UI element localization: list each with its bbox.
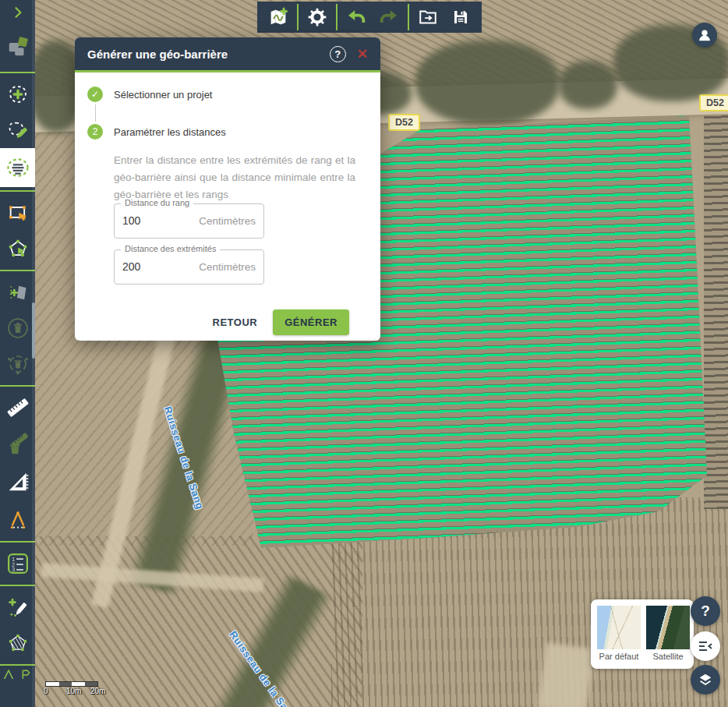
toolbar-divider xyxy=(297,4,299,30)
step-connector xyxy=(95,104,369,122)
add-annotation-button[interactable] xyxy=(0,589,35,625)
help-button[interactable]: ? xyxy=(691,596,720,626)
expand-sidebar-button[interactable] xyxy=(0,0,35,25)
dialog-title: Générer une géo-barrière xyxy=(87,48,330,61)
undo-icon xyxy=(345,6,367,28)
toolbar-divider xyxy=(408,4,409,30)
sidebar-scrollbar-thumb[interactable] xyxy=(32,302,35,359)
basemap-option-default[interactable]: Par défaut xyxy=(597,606,641,663)
redo-button[interactable] xyxy=(373,2,405,33)
clipped-tool-icon xyxy=(21,669,32,679)
row-distance-label: Distance du rang xyxy=(121,198,193,207)
delete-plot-button[interactable] xyxy=(0,310,35,346)
merge-plot-icon xyxy=(7,281,29,303)
end-distance-unit: Centimètres xyxy=(199,261,256,273)
dialog-body: ✓ Sélectionner un projet 2 Paramétrer le… xyxy=(75,72,380,335)
toolbar-divider xyxy=(336,4,337,30)
annotation-zone-button[interactable] xyxy=(0,625,35,661)
svg-text:3: 3 xyxy=(11,566,14,573)
add-plot-button[interactable] xyxy=(0,76,35,112)
back-button[interactable]: RETOUR xyxy=(213,316,258,328)
map-logo-button[interactable] xyxy=(262,2,295,33)
tree-line xyxy=(415,41,560,125)
measure-button[interactable] xyxy=(0,390,35,426)
map-scale-bar: 0 10m 20m xyxy=(45,681,108,696)
basemap-default-thumbnail[interactable] xyxy=(597,606,641,649)
tree-line xyxy=(559,61,617,109)
legend-toggle-button[interactable] xyxy=(691,631,720,661)
scale-bar-segments xyxy=(45,681,98,687)
basemap-option-satellite[interactable]: Satellite xyxy=(646,606,690,663)
row-numbering-button[interactable]: 1 2 3 xyxy=(0,546,35,582)
top-toolbar xyxy=(257,2,482,33)
basemap-selector: Par défaut Satellite xyxy=(591,599,694,669)
basemap-satellite-thumbnail[interactable] xyxy=(646,606,690,649)
basemap-default-label: Par défaut xyxy=(597,652,641,661)
step-number-badge: 2 xyxy=(87,124,103,140)
save-button[interactable] xyxy=(444,2,477,33)
select-rectangle-icon xyxy=(7,202,29,224)
row-distance-field: Distance du rang Centimètres xyxy=(114,203,264,239)
dialog-description: Entrer la distance entre les extrémités … xyxy=(114,152,355,203)
trash-circle-icon xyxy=(6,316,30,340)
road-label: D52 xyxy=(699,94,728,111)
sidebar-divider xyxy=(0,585,35,586)
neighbor-vineyard xyxy=(704,115,728,509)
sidebar-divider xyxy=(0,385,35,387)
plots-manager-button[interactable] xyxy=(0,25,35,69)
hatched-polygon-icon xyxy=(7,632,29,654)
end-distance-label: Distance des extrémités xyxy=(121,244,220,253)
step-set-distances: 2 Paramétrer les distances xyxy=(87,124,368,140)
step-done-check-icon: ✓ xyxy=(87,87,103,102)
layers-button[interactable] xyxy=(691,665,720,695)
tool-sidebar: 1 2 3 xyxy=(0,0,35,707)
save-icon xyxy=(451,8,470,27)
row-distance-input[interactable] xyxy=(122,214,189,227)
row-distance-unit: Centimètres xyxy=(199,215,256,227)
settings-button[interactable] xyxy=(301,2,334,33)
generate-rows-button[interactable] xyxy=(0,148,35,187)
close-icon[interactable]: ✕ xyxy=(357,46,368,62)
geofence-dialog: Générer une géo-barrière ? ✕ ✓ Sélection… xyxy=(75,37,380,341)
step-label: Sélectionner un projet xyxy=(114,89,212,101)
step-select-project: ✓ Sélectionner un projet xyxy=(87,87,368,102)
add-annotation-icon xyxy=(7,596,29,618)
user-avatar[interactable] xyxy=(692,23,717,48)
person-icon xyxy=(696,27,713,44)
sidebar-divider xyxy=(0,190,35,192)
edit-plot-button[interactable] xyxy=(0,112,35,148)
dialog-actions: RETOUR GÉNÉRER xyxy=(87,295,368,335)
legend-collapse-icon xyxy=(696,637,715,656)
set-square-button[interactable] xyxy=(0,461,35,502)
scale-bar-ticks: 0 10m 20m xyxy=(45,687,108,696)
dialog-help-button[interactable]: ? xyxy=(330,46,346,62)
sidebar-overflow-icons xyxy=(0,669,35,679)
add-area-icon xyxy=(7,83,29,105)
sidebar-divider xyxy=(0,541,35,543)
end-distance-input[interactable] xyxy=(122,260,189,273)
folder-export-icon xyxy=(418,7,438,27)
layers-icon xyxy=(697,671,714,688)
rows-geofence-icon xyxy=(6,156,30,179)
step-label: Paramétrer les distances xyxy=(114,126,226,138)
triangle-ruler-icon xyxy=(5,469,30,494)
select-polygon-icon xyxy=(7,238,29,260)
delete-selection-button[interactable] xyxy=(0,346,35,382)
ruler-trash-icon xyxy=(6,432,30,455)
undo-button[interactable] xyxy=(340,2,373,33)
basemap-satellite-label: Satellite xyxy=(646,652,690,661)
dialog-header: Générer une géo-barrière ? ✕ xyxy=(75,37,380,70)
select-by-polygon-button[interactable] xyxy=(0,231,35,267)
generate-button[interactable]: GÉNÉRER xyxy=(273,309,349,335)
edit-area-icon xyxy=(7,119,29,141)
dirt-track xyxy=(537,642,594,707)
compass-button[interactable] xyxy=(0,502,35,538)
open-project-button[interactable] xyxy=(412,2,444,33)
sidebar-divider xyxy=(0,72,35,73)
sidebar-divider xyxy=(0,664,35,666)
compass-icon xyxy=(7,509,29,531)
select-by-rectangle-button[interactable] xyxy=(0,195,35,231)
merge-plot-button[interactable] xyxy=(0,274,35,310)
clipped-tool-icon xyxy=(3,669,14,679)
delete-measures-button[interactable] xyxy=(0,426,35,461)
